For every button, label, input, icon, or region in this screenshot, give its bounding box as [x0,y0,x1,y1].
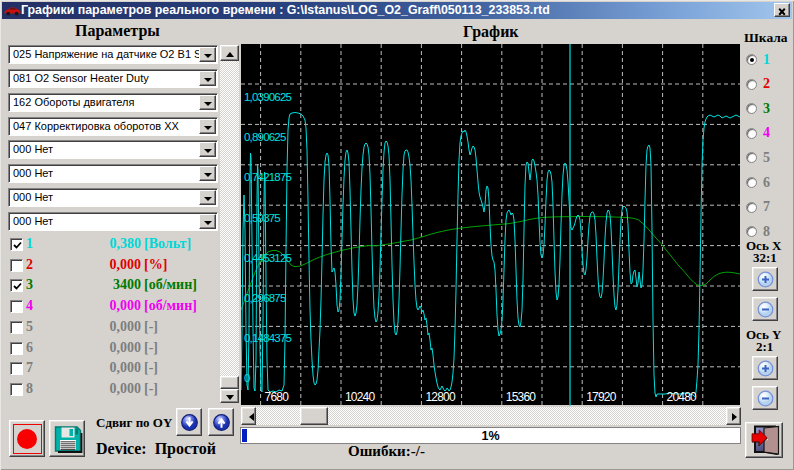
svg-text:0,4453125: 0,4453125 [244,252,292,264]
svg-text:10240: 10240 [345,390,375,404]
svg-text:7680: 7680 [265,390,290,404]
svg-text:0: 0 [244,372,250,384]
svg-text:1,0390625: 1,0390625 [244,91,292,103]
svg-text:0,296875: 0,296875 [244,292,286,304]
svg-text:0,59375: 0,59375 [244,212,280,224]
svg-text:20480: 20480 [667,390,697,404]
svg-text:17920: 17920 [586,390,616,404]
svg-text:12800: 12800 [425,390,455,404]
svg-text:0,7421875: 0,7421875 [244,171,292,183]
svg-text:0,890625: 0,890625 [244,131,286,143]
svg-text:15360: 15360 [506,390,536,404]
svg-text:0,1484375: 0,1484375 [244,332,292,344]
